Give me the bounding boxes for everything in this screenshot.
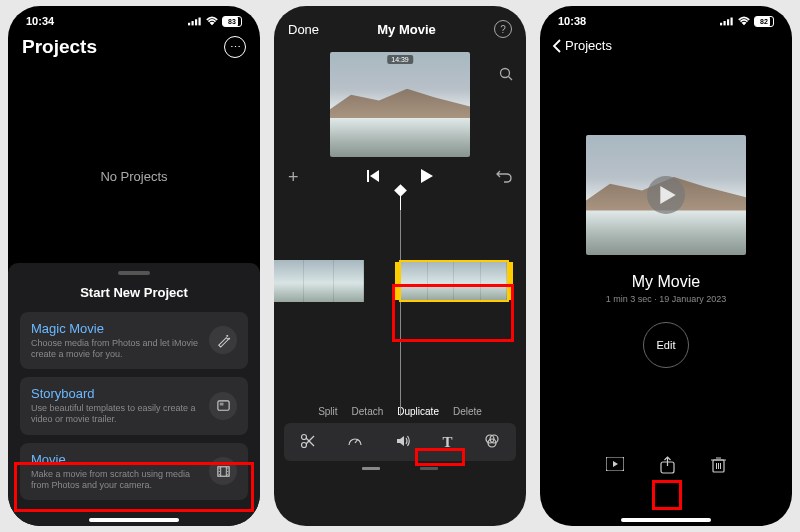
screen-project-detail: 10:38 82 Projects My Movie 1 min 3 sec ·…: [540, 6, 792, 526]
option-desc: Make a movie from scratch using media fr…: [31, 469, 199, 492]
done-button[interactable]: Done: [288, 22, 319, 37]
svg-point-19: [301, 442, 306, 447]
bottom-tabs: [274, 467, 526, 470]
edit-button[interactable]: Edit: [643, 322, 689, 368]
movie-meta: 1 min 3 sec · 19 January 2023: [540, 294, 792, 304]
storyboard-icon: [209, 392, 237, 420]
play-button[interactable]: [421, 169, 433, 186]
wand-icon: [209, 326, 237, 354]
home-indicator[interactable]: [89, 518, 179, 522]
option-title: Movie: [31, 452, 199, 467]
svg-point-10: [218, 471, 219, 472]
action-split[interactable]: Split: [318, 406, 337, 417]
help-button[interactable]: ?: [494, 20, 512, 38]
svg-rect-29: [731, 18, 733, 26]
wifi-icon: [737, 16, 751, 26]
svg-rect-0: [188, 23, 190, 26]
battery-icon: 82: [754, 16, 774, 27]
playhead-marker: [400, 192, 401, 210]
option-desc: Use beautiful templates to easily create…: [31, 403, 199, 426]
filters-icon[interactable]: [484, 433, 500, 452]
video-preview[interactable]: 14:39: [330, 52, 470, 157]
svg-rect-2: [195, 19, 197, 25]
status-right: 82: [720, 16, 774, 27]
action-duplicate[interactable]: Duplicate: [397, 406, 439, 417]
volume-icon[interactable]: [395, 433, 411, 452]
svg-rect-26: [720, 23, 722, 26]
page-title: Projects: [22, 36, 97, 58]
tab-indicator[interactable]: [362, 467, 380, 470]
film-icon: [209, 457, 237, 485]
svg-rect-5: [219, 403, 223, 406]
header: Projects ⋯: [8, 36, 260, 64]
signal-icon: [188, 16, 202, 26]
text-icon[interactable]: T: [443, 434, 453, 451]
back-button[interactable]: Projects: [540, 36, 792, 55]
back-label: Projects: [565, 38, 612, 53]
empty-state: No Projects: [8, 169, 260, 184]
status-bar: 10:34 83: [8, 6, 260, 36]
editor-toolbar: T: [284, 423, 516, 461]
rewind-button[interactable]: [367, 170, 381, 185]
svg-line-16: [509, 77, 513, 81]
zoom-button[interactable]: [498, 66, 514, 85]
add-media-button[interactable]: +: [288, 167, 299, 188]
clip-selected[interactable]: [399, 260, 509, 302]
status-time: 10:38: [558, 15, 586, 27]
play-small-button[interactable]: [606, 456, 624, 479]
screen-projects: 10:34 83 Projects ⋯ No Projects Start Ne…: [8, 6, 260, 526]
svg-point-12: [227, 468, 228, 469]
signal-icon: [720, 16, 734, 26]
svg-rect-27: [724, 21, 726, 25]
sheet-title: Start New Project: [20, 285, 248, 300]
option-movie[interactable]: Movie Make a movie from scratch using me…: [20, 443, 248, 501]
screen-editor: Done My Movie ? 14:39 + S: [274, 6, 526, 526]
play-overlay-button[interactable]: [647, 176, 685, 214]
option-storyboard[interactable]: Storyboard Use beautiful templates to ea…: [20, 377, 248, 435]
svg-rect-28: [727, 19, 729, 25]
bottom-actions: [540, 456, 792, 479]
option-title: Magic Movie: [31, 321, 199, 336]
option-desc: Choose media from Photos and let iMovie …: [31, 338, 199, 361]
highlight-share: [652, 480, 682, 510]
timeline[interactable]: [274, 252, 526, 306]
movie-title: My Movie: [540, 273, 792, 291]
option-title: Storyboard: [31, 386, 199, 401]
svg-point-11: [218, 474, 219, 475]
tab-indicator[interactable]: [420, 467, 438, 470]
action-delete[interactable]: Delete: [453, 406, 482, 417]
clip-1[interactable]: [274, 260, 364, 302]
home-indicator[interactable]: [621, 518, 711, 522]
action-detach[interactable]: Detach: [352, 406, 384, 417]
svg-point-14: [227, 474, 228, 475]
undo-button[interactable]: [496, 169, 512, 186]
share-button[interactable]: [660, 456, 675, 479]
chevron-left-icon: [552, 39, 562, 53]
wifi-icon: [205, 16, 219, 26]
status-time: 10:34: [26, 15, 54, 27]
svg-point-15: [501, 69, 510, 78]
svg-rect-17: [367, 170, 369, 182]
svg-point-13: [227, 471, 228, 472]
svg-rect-3: [199, 18, 201, 26]
svg-point-18: [301, 434, 306, 439]
svg-rect-1: [192, 21, 194, 25]
status-bar: 10:38 82: [540, 6, 792, 36]
video-thumbnail[interactable]: [586, 135, 746, 255]
sheet-grabber[interactable]: [118, 271, 150, 275]
svg-point-9: [218, 468, 219, 469]
battery-icon: 83: [222, 16, 242, 27]
playhead-line: [400, 210, 401, 416]
option-magic-movie[interactable]: Magic Movie Choose media from Photos and…: [20, 312, 248, 370]
scissors-icon[interactable]: [300, 433, 316, 452]
more-button[interactable]: ⋯: [224, 36, 246, 58]
trash-button[interactable]: [711, 456, 726, 479]
new-project-sheet: Start New Project Magic Movie Choose med…: [8, 263, 260, 527]
duration-badge: 14:39: [387, 55, 413, 64]
movie-title: My Movie: [377, 22, 436, 37]
speedometer-icon[interactable]: [347, 433, 363, 452]
status-right: 83: [188, 16, 242, 27]
editor-top-bar: Done My Movie ?: [274, 16, 526, 42]
